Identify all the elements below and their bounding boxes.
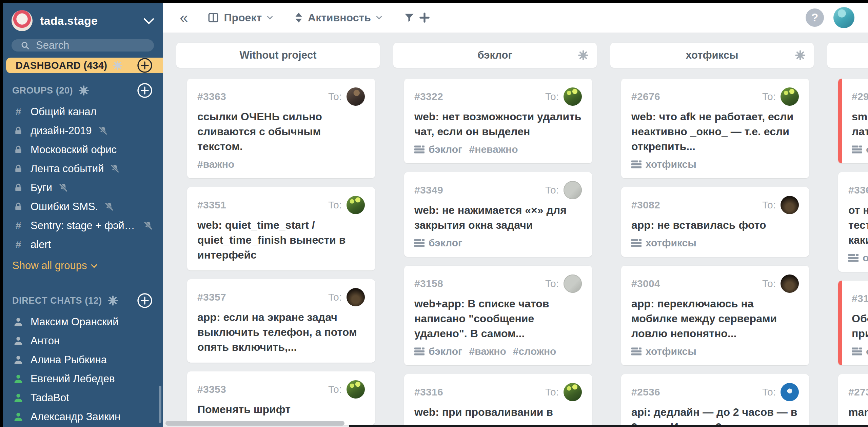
search-box[interactable]	[12, 39, 154, 52]
task-id: #2996	[852, 91, 868, 102]
project-tag[interactable]: хотфиксы	[631, 159, 696, 170]
project-tag[interactable]: хотфиксы	[631, 346, 696, 357]
sidebar-chat-item[interactable]: Александр Заикин	[3, 407, 163, 426]
task-card[interactable]: #2733 manage перед р оргвопросы	[838, 374, 868, 427]
add-chat-button[interactable]	[137, 293, 153, 308]
gear-icon[interactable]	[795, 50, 806, 61]
column-header[interactable]: бэклог	[393, 43, 597, 68]
assignee-avatar[interactable]	[564, 383, 582, 401]
task-card[interactable]: #3357 To: app: если на экране задач выкл…	[187, 279, 375, 363]
hashtag[interactable]: #сложно	[513, 346, 556, 357]
groups-gear-slot[interactable]	[78, 85, 89, 96]
project-tag[interactable]: оргвопросы	[852, 346, 868, 357]
column-settings-gear[interactable]	[578, 50, 589, 61]
assignee-avatar[interactable]	[781, 196, 799, 214]
task-card[interactable]: #3353 To: Поменять шрифт	[187, 371, 375, 425]
to-label: To:	[328, 384, 342, 395]
gear-icon[interactable]	[107, 295, 118, 306]
assignee-avatar[interactable]	[781, 383, 799, 401]
column-header[interactable]: Without project	[176, 43, 380, 68]
assignee-avatar[interactable]	[781, 87, 799, 106]
task-card[interactable]: #2996 sms-гей латвию оргвопросы	[838, 79, 868, 163]
task-assignee: To:	[328, 380, 365, 399]
sidebar-group-item[interactable]: Московский офис	[3, 140, 163, 159]
add-icon[interactable]	[137, 293, 153, 308]
sidebar-group-item[interactable]: # Общий канал	[3, 102, 163, 121]
task-title: app: переключаюсь на мобилке между серве…	[631, 296, 799, 341]
project-tag[interactable]: оргвопросы	[852, 144, 868, 155]
bell-muted-icon	[110, 164, 120, 174]
chevron-down-icon[interactable]	[143, 14, 154, 24]
sidebar-group-item[interactable]: Лента событий	[3, 159, 163, 178]
add-task-icon[interactable]	[418, 12, 431, 24]
task-card[interactable]: #3349 To: web: не нажимается «×» для зак…	[404, 172, 592, 257]
project-tag[interactable]: бэклог	[414, 144, 462, 155]
sidebar-group-item[interactable]: # alert	[3, 235, 163, 254]
project-tag[interactable]: хотфиксы	[631, 237, 696, 249]
task-card[interactable]: #3351 To: web: quiet_time_start / quiet_…	[187, 187, 375, 270]
chat-name: Максим Оранский	[31, 316, 118, 328]
hashtag[interactable]: #важно	[469, 346, 506, 357]
column-header[interactable]	[827, 43, 868, 68]
bell-slot	[110, 164, 120, 174]
collapse-sidebar-button[interactable]: «	[180, 11, 188, 24]
assignee-avatar[interactable]	[564, 87, 582, 106]
sidebar-group-item[interactable]: дизайн-2019	[3, 121, 163, 140]
sidebar-chat-item[interactable]: TadaBot	[3, 388, 163, 407]
sidebar-chat-item[interactable]: Антон	[3, 331, 163, 350]
gear-icon[interactable]	[578, 50, 589, 61]
column-title: бэклог	[478, 49, 513, 61]
add-group-button[interactable]	[137, 83, 153, 98]
sidebar-group-item[interactable]: # Sentry: stage + фэйлы ...	[3, 216, 163, 235]
assignee-avatar[interactable]	[564, 274, 582, 293]
horizontal-scrollbar[interactable]	[165, 421, 344, 426]
assignee-avatar[interactable]	[347, 196, 365, 214]
project-tag[interactable]: оргвопросы	[848, 252, 868, 264]
chats-gear-slot[interactable]	[107, 295, 118, 306]
assignee-avatar[interactable]	[564, 181, 582, 199]
column-header[interactable]: хотфиксы	[610, 43, 814, 68]
assignee-avatar[interactable]	[347, 288, 365, 306]
project-tag[interactable]: бэклог	[414, 237, 462, 249]
sidebar-chat-item[interactable]: Алина Рыбкина	[3, 350, 163, 369]
sidebar-group-item[interactable]: Ошибки SMS.	[3, 197, 163, 216]
group-type-icon-slot	[12, 183, 24, 193]
group-by-project-dropdown[interactable]: Проект	[208, 12, 272, 24]
sidebar-item-dashboard[interactable]: DASHBOARD (434)	[6, 58, 163, 73]
hashtag[interactable]: #неважно	[469, 144, 518, 155]
task-card[interactable]: #2536 To: api: дедлайн — до 2 часов — в …	[621, 374, 809, 427]
task-id: #3316	[414, 386, 443, 398]
board-column: #2996 sms-гей латвию оргвопросы #3369 от…	[827, 43, 868, 427]
sidebar-chat-item[interactable]: Евгений Лебедев	[3, 369, 163, 388]
task-card[interactable]: #3369 от нас х тестиро каких... оргвопро…	[838, 172, 868, 272]
workspace-header[interactable]: tada.stage	[3, 3, 163, 37]
assignee-avatar[interactable]	[347, 87, 365, 106]
task-card[interactable]: #3322 To: web: нет возможности удалить ч…	[404, 79, 592, 163]
show-all-groups-link[interactable]: Show all groups	[3, 254, 163, 275]
help-button[interactable]: ?	[806, 8, 824, 27]
task-card[interactable]: #3158 To: web+app: В списке чатов написа…	[404, 266, 592, 365]
project-tag[interactable]: бэклог	[414, 346, 462, 357]
task-card[interactable]: #3082 To: app: не вставилась фото хотфик…	[621, 187, 809, 257]
task-card[interactable]: #3138 Оборуд прилож оргвопросы	[838, 281, 868, 365]
add-icon[interactable]	[137, 83, 153, 98]
sidebar-group-item[interactable]: Буги	[3, 178, 163, 197]
assignee-avatar[interactable]	[347, 380, 365, 399]
task-card[interactable]: #3004 To: app: переключаюсь на мобилке м…	[621, 266, 809, 365]
task-card[interactable]: #2676 To: web: что afk не работает, если…	[621, 79, 809, 178]
hashtag[interactable]: #важно	[197, 159, 234, 170]
filter-icon[interactable]	[403, 12, 415, 23]
assignee-avatar[interactable]	[781, 274, 799, 293]
sidebar-chat-item[interactable]: Максим Оранский	[3, 312, 163, 331]
gear-icon[interactable]	[113, 60, 123, 70]
column-settings-gear[interactable]	[795, 50, 806, 61]
user-avatar[interactable]	[833, 7, 854, 28]
gear-icon[interactable]	[78, 85, 89, 96]
sidebar-scrollbar[interactable]	[159, 386, 161, 423]
add-dashboard-button[interactable]	[137, 58, 153, 73]
sort-by-activity-dropdown[interactable]: Активность	[294, 12, 381, 24]
task-card[interactable]: #3316 To: web: при проваливании в задачу…	[404, 374, 592, 427]
task-card[interactable]: #3363 To: ссылки ОЧЕНЬ сильно сливаются …	[187, 79, 375, 178]
search-input[interactable]	[36, 39, 145, 52]
lock-icon	[13, 183, 23, 193]
